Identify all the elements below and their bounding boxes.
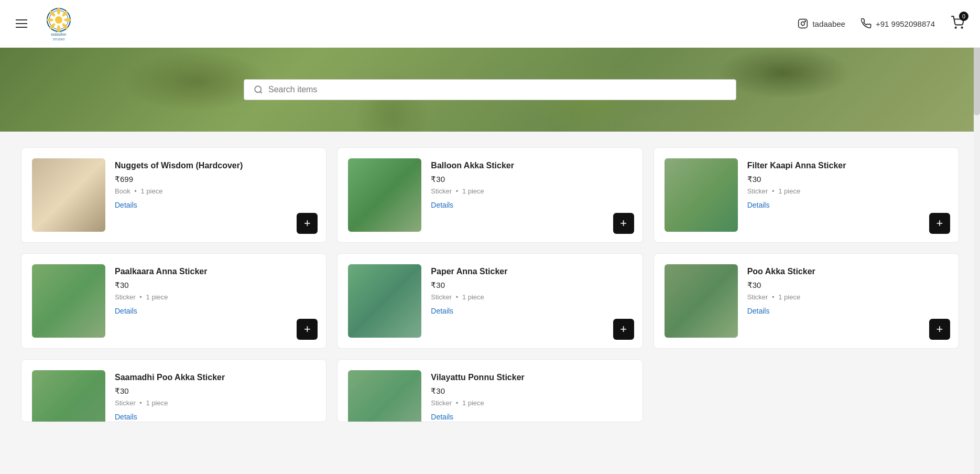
- product-name-filter-kaapi-anna-sticker: Filter Kaapi Anna Sticker: [747, 161, 948, 170]
- product-name-paalkaara-anna-sticker: Paalkaara Anna Sticker: [115, 267, 315, 276]
- product-details-link-vilayattu-ponnu-sticker[interactable]: Details: [431, 413, 453, 421]
- product-category-filter-kaapi-anna-sticker: Sticker: [747, 187, 768, 195]
- product-quantity-balloon-akka-sticker: 1 piece: [462, 187, 484, 195]
- product-card-paper-anna-sticker: Paper Anna Sticker ₹30 Sticker • 1 piece…: [337, 253, 643, 349]
- product-dot-saamadhi-poo-akka-sticker: •: [139, 399, 142, 407]
- product-card-filter-kaapi-anna-sticker: Filter Kaapi Anna Sticker ₹30 Sticker • …: [654, 147, 959, 243]
- instagram-icon: [798, 18, 808, 29]
- product-dot-filter-kaapi-anna-sticker: •: [772, 187, 775, 195]
- cart-badge: 0: [959, 12, 968, 21]
- product-meta-paper-anna-sticker: Sticker • 1 piece: [431, 293, 631, 301]
- product-details-link-paalkaara-anna-sticker[interactable]: Details: [115, 307, 137, 315]
- product-dot-paper-anna-sticker: •: [456, 293, 459, 301]
- logo[interactable]: tadaabee STUDIO: [38, 5, 80, 42]
- product-info-nuggets-of-wisdom: Nuggets of Wisdom (Hardcover) ₹699 Book …: [115, 158, 315, 210]
- add-to-cart-button-filter-kaapi-anna-sticker[interactable]: +: [929, 213, 950, 234]
- product-quantity-poo-akka-sticker: 1 piece: [778, 293, 800, 301]
- header: tadaabee STUDIO tadaabee +91 9952098874: [0, 0, 980, 48]
- svg-line-19: [260, 91, 262, 93]
- product-dot-nuggets-of-wisdom: •: [134, 187, 137, 195]
- svg-rect-22: [665, 158, 738, 232]
- product-name-balloon-akka-sticker: Balloon Akka Sticker: [431, 161, 631, 170]
- product-image-saamadhi-poo-akka-sticker: [32, 370, 105, 422]
- product-category-vilayattu-ponnu-sticker: Sticker: [431, 399, 452, 407]
- svg-rect-27: [348, 370, 421, 422]
- product-details-link-saamadhi-poo-akka-sticker[interactable]: Details: [115, 413, 137, 421]
- cart-button[interactable]: 0: [951, 16, 964, 31]
- header-right: tadaabee +91 9952098874 0: [798, 16, 964, 31]
- product-card-paalkaara-anna-sticker: Paalkaara Anna Sticker ₹30 Sticker • 1 p…: [21, 253, 326, 349]
- svg-point-7: [57, 25, 60, 33]
- svg-text:STUDIO: STUDIO: [53, 38, 65, 41]
- product-category-paper-anna-sticker: Sticker: [431, 293, 452, 301]
- product-quantity-saamadhi-poo-akka-sticker: 1 piece: [146, 399, 168, 407]
- product-image-paper-anna-sticker: [348, 264, 421, 338]
- svg-point-3: [57, 7, 60, 15]
- product-price-paper-anna-sticker: ₹30: [431, 281, 631, 290]
- phone-icon: [861, 18, 872, 29]
- svg-rect-26: [32, 370, 105, 422]
- svg-point-9: [46, 18, 53, 21]
- product-image-balloon-akka-sticker: [348, 158, 421, 232]
- product-price-saamadhi-poo-akka-sticker: ₹30: [115, 386, 315, 396]
- product-category-poo-akka-sticker: Sticker: [747, 293, 768, 301]
- svg-point-14: [801, 22, 805, 26]
- product-name-vilayattu-ponnu-sticker: Vilayattu Ponnu Sticker: [431, 373, 631, 382]
- svg-point-5: [64, 18, 71, 21]
- product-details-link-nuggets-of-wisdom[interactable]: Details: [115, 201, 137, 209]
- product-card-poo-akka-sticker: Poo Akka Sticker ₹30 Sticker • 1 piece D…: [654, 253, 959, 349]
- product-dot-paalkaara-anna-sticker: •: [139, 293, 142, 301]
- product-details-link-paper-anna-sticker[interactable]: Details: [431, 307, 453, 315]
- product-meta-balloon-akka-sticker: Sticker • 1 piece: [431, 187, 631, 195]
- search-icon: [254, 85, 263, 94]
- add-to-cart-button-balloon-akka-sticker[interactable]: +: [613, 213, 634, 234]
- add-to-cart-button-paalkaara-anna-sticker[interactable]: +: [297, 319, 318, 340]
- svg-point-15: [805, 21, 806, 22]
- product-quantity-paalkaara-anna-sticker: 1 piece: [146, 293, 168, 301]
- svg-rect-25: [665, 264, 738, 338]
- product-card-nuggets-of-wisdom: Nuggets of Wisdom (Hardcover) ₹699 Book …: [21, 147, 326, 243]
- product-price-balloon-akka-sticker: ₹30: [431, 175, 631, 184]
- svg-point-2: [55, 16, 62, 24]
- svg-rect-24: [348, 264, 421, 338]
- product-info-paper-anna-sticker: Paper Anna Sticker ₹30 Sticker • 1 piece…: [431, 264, 631, 316]
- product-image-nuggets-of-wisdom: [32, 158, 105, 232]
- product-quantity-nuggets-of-wisdom: 1 piece: [140, 187, 162, 195]
- product-price-nuggets-of-wisdom: ₹699: [115, 175, 315, 184]
- svg-rect-13: [799, 19, 808, 28]
- phone-contact[interactable]: +91 9952098874: [861, 18, 935, 29]
- svg-point-16: [955, 27, 956, 28]
- product-meta-filter-kaapi-anna-sticker: Sticker • 1 piece: [747, 187, 948, 195]
- product-name-paper-anna-sticker: Paper Anna Sticker: [431, 267, 631, 276]
- header-left: tadaabee STUDIO: [16, 5, 80, 42]
- phone-number: +91 9952098874: [876, 19, 935, 28]
- product-name-nuggets-of-wisdom: Nuggets of Wisdom (Hardcover): [115, 161, 315, 170]
- product-quantity-vilayattu-ponnu-sticker: 1 piece: [462, 399, 484, 407]
- hero-banner: [0, 48, 980, 132]
- hamburger-menu[interactable]: [16, 19, 27, 28]
- scrollbar[interactable]: [974, 0, 980, 443]
- product-quantity-paper-anna-sticker: 1 piece: [462, 293, 484, 301]
- search-bar-wrapper: [244, 79, 736, 100]
- instagram-contact[interactable]: tadaabee: [798, 18, 845, 29]
- search-input[interactable]: [268, 85, 726, 94]
- product-details-link-filter-kaapi-anna-sticker[interactable]: Details: [747, 201, 770, 209]
- add-to-cart-button-paper-anna-sticker[interactable]: +: [613, 319, 634, 340]
- product-dot-poo-akka-sticker: •: [772, 293, 775, 301]
- product-info-paalkaara-anna-sticker: Paalkaara Anna Sticker ₹30 Sticker • 1 p…: [115, 264, 315, 316]
- product-image-poo-akka-sticker: [665, 264, 738, 338]
- product-name-saamadhi-poo-akka-sticker: Saamadhi Poo Akka Sticker: [115, 373, 315, 382]
- product-name-poo-akka-sticker: Poo Akka Sticker: [747, 267, 948, 276]
- product-meta-paalkaara-anna-sticker: Sticker • 1 piece: [115, 293, 315, 301]
- add-to-cart-button-nuggets-of-wisdom[interactable]: +: [297, 213, 318, 234]
- product-dot-vilayattu-ponnu-sticker: •: [456, 399, 459, 407]
- product-info-balloon-akka-sticker: Balloon Akka Sticker ₹30 Sticker • 1 pie…: [431, 158, 631, 210]
- search-box: [244, 79, 736, 100]
- product-info-saamadhi-poo-akka-sticker: Saamadhi Poo Akka Sticker ₹30 Sticker • …: [115, 370, 315, 422]
- product-category-saamadhi-poo-akka-sticker: Sticker: [115, 399, 136, 407]
- product-details-link-balloon-akka-sticker[interactable]: Details: [431, 201, 453, 209]
- product-details-link-poo-akka-sticker[interactable]: Details: [747, 307, 770, 315]
- product-meta-poo-akka-sticker: Sticker • 1 piece: [747, 293, 948, 301]
- add-to-cart-button-poo-akka-sticker[interactable]: +: [929, 319, 950, 340]
- products-section: Nuggets of Wisdom (Hardcover) ₹699 Book …: [0, 132, 980, 443]
